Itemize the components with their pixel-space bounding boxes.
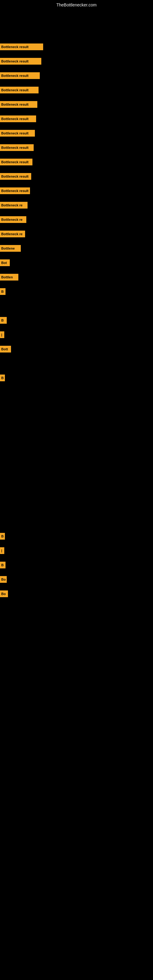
bar-item: Bottleneck result xyxy=(0,72,40,79)
bar-label: Bottleneck result xyxy=(1,160,29,164)
bar-item: Bottlen xyxy=(0,274,18,280)
bar-item: Bottleneck result xyxy=(0,87,38,94)
bar-item: Bottleneck result xyxy=(0,159,32,165)
bar-item: Bottleneck result xyxy=(0,188,30,194)
bar-item: B xyxy=(0,317,7,324)
bar-label: Bottleneck re xyxy=(1,204,22,207)
bar-label: Bo xyxy=(1,592,6,596)
bar-label: B xyxy=(1,290,4,293)
bar-item: B xyxy=(0,288,5,295)
bar-label: B xyxy=(1,535,4,538)
bar-item: Bottleneck re xyxy=(0,231,25,237)
bar-label: Bottleneck re xyxy=(1,232,22,236)
bar-item: Bottlene xyxy=(0,245,21,252)
bar-item: Bot xyxy=(0,259,10,266)
bar-label: Bottleneck result xyxy=(1,131,29,135)
bar-label: Bottleneck re xyxy=(1,218,22,221)
bar-item: Bottleneck result xyxy=(0,101,37,108)
bar-label: Bo xyxy=(1,578,6,581)
bar-item: Bottleneck result xyxy=(0,43,43,50)
bar-label: Bott xyxy=(1,347,8,351)
bar-item: | xyxy=(0,331,4,338)
bar-item: Bottleneck result xyxy=(0,58,41,65)
bar-label: Bottlen xyxy=(1,275,13,279)
bar-item: Bottleneck result xyxy=(0,173,31,180)
bar-item: Bott xyxy=(0,346,11,353)
bar-label: B xyxy=(1,376,4,380)
bar-item: Bo xyxy=(0,576,7,583)
bar-item: B xyxy=(0,533,5,539)
bar-item: Bottleneck result xyxy=(0,115,36,122)
bar-label: B xyxy=(1,318,4,322)
site-title: TheBottlenecker.com xyxy=(56,2,97,7)
bar-label: Bottlene xyxy=(1,247,15,250)
bar-label: B xyxy=(1,563,4,567)
bar-label: Bottleneck result xyxy=(1,146,29,150)
bar-item: Bottleneck result xyxy=(0,130,35,137)
bar-label: Bottleneck result xyxy=(1,175,29,178)
bar-label: Bottleneck result xyxy=(1,189,29,192)
bar-label: Bottleneck result xyxy=(1,103,29,106)
bar-label: | xyxy=(1,549,2,552)
bar-item: B xyxy=(0,375,5,381)
bar-label: | xyxy=(1,333,2,337)
bar-label: Bottleneck result xyxy=(1,59,29,63)
bar-label: Bot xyxy=(1,261,7,265)
bar-item: B xyxy=(0,562,5,568)
bar-label: Bottleneck result xyxy=(1,74,29,78)
bar-item: Bottleneck re xyxy=(0,216,26,223)
bar-label: Bottleneck result xyxy=(1,88,29,92)
bar-item: Bottleneck re xyxy=(0,202,27,208)
bar-label: Bottleneck result xyxy=(1,45,29,49)
bar-label: Bottleneck result xyxy=(1,117,29,121)
bar-item: | xyxy=(0,547,4,554)
bar-item: Bo xyxy=(0,590,8,597)
bar-item: Bottleneck result xyxy=(0,144,33,151)
